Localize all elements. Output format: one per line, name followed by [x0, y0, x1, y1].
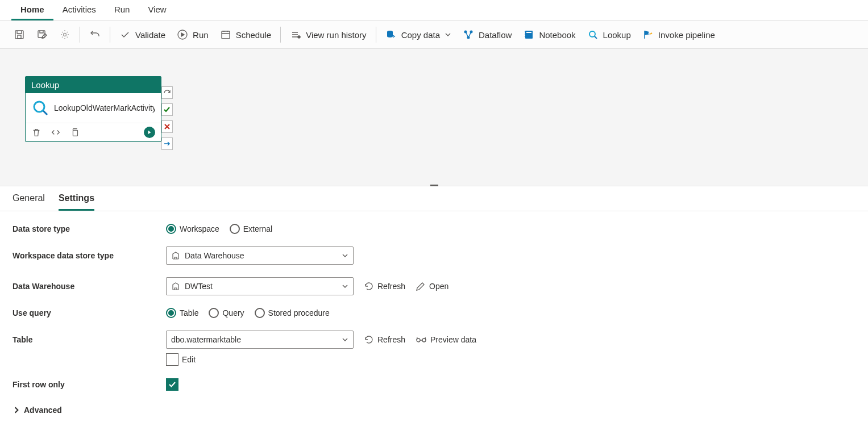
run-label: Run [193, 30, 209, 40]
radio-stored-procedure-label: Stored procedure [268, 308, 330, 317]
view-run-history-button[interactable]: View run history [284, 26, 372, 44]
tab-run[interactable]: Run [105, 0, 139, 20]
svg-point-9 [470, 31, 473, 34]
chevron-right-icon [13, 406, 20, 414]
undo-icon [89, 29, 101, 40]
skip-handle[interactable] [161, 86, 173, 99]
preview-data-button[interactable]: Preview data [416, 335, 476, 344]
panel-resize-handle[interactable] [430, 185, 438, 186]
completion-handle[interactable] [161, 137, 173, 150]
run-button[interactable]: Run [171, 26, 214, 44]
workspace-data-store-type-select[interactable]: Data Warehouse [166, 246, 354, 265]
radio-query-label: Query [222, 308, 244, 317]
svg-rect-1 [18, 35, 21, 39]
activity-node[interactable]: Lookup LookupOldWaterMarkActivity [25, 76, 161, 142]
svg-point-13 [589, 31, 595, 37]
code-icon[interactable] [51, 127, 61, 137]
undo-button[interactable] [84, 26, 106, 44]
svg-point-3 [64, 34, 67, 36]
refresh-label: Refresh [377, 282, 405, 291]
tab-general[interactable]: General [13, 193, 45, 211]
flag-icon [642, 29, 654, 40]
svg-point-14 [34, 102, 44, 112]
radio-query[interactable]: Query [209, 308, 244, 318]
schedule-label: Schedule [236, 30, 272, 40]
advanced-toggle[interactable]: Advanced [13, 406, 62, 415]
workspace-data-store-type-label: Workspace data store type [13, 251, 166, 260]
view-run-history-label: View run history [306, 30, 366, 40]
schedule-button[interactable]: Schedule [214, 26, 277, 44]
table-select[interactable]: dbo.watermarktable [166, 331, 354, 349]
svg-rect-12 [526, 32, 531, 33]
radio-external[interactable]: External [230, 224, 272, 234]
activity-type-label: Lookup [26, 77, 161, 93]
validate-button[interactable]: Validate [114, 26, 171, 44]
toolbar: Validate Run Schedule View run history C… [0, 21, 868, 49]
refresh-table-button[interactable]: Refresh [364, 335, 405, 345]
workspace-data-store-type-value: Data Warehouse [185, 251, 337, 260]
copy-data-button[interactable]: Copy data [380, 26, 457, 44]
radio-table[interactable]: Table [166, 308, 198, 318]
refresh-icon [364, 335, 374, 345]
refresh-table-label: Refresh [377, 335, 405, 344]
tab-settings[interactable]: Settings [59, 193, 94, 211]
save-icon [14, 29, 25, 40]
pipeline-canvas[interactable]: Lookup LookupOldWaterMarkActivity [0, 49, 868, 186]
fail-handle[interactable] [161, 120, 173, 133]
tab-activities[interactable]: Activities [53, 0, 105, 20]
radio-workspace[interactable]: Workspace [166, 224, 219, 234]
lookup-icon [587, 29, 599, 40]
save-as-button[interactable] [31, 26, 53, 44]
data-warehouse-label: Data Warehouse [13, 282, 166, 291]
notebook-icon [523, 29, 534, 40]
notebook-label: Notebook [539, 30, 575, 40]
svg-point-10 [467, 36, 470, 39]
svg-rect-5 [222, 31, 230, 39]
activity-run-button[interactable] [144, 127, 155, 138]
top-ribbon-tabs: Home Activities Run View [0, 0, 868, 21]
chevron-down-icon [445, 31, 451, 38]
data-store-type-label: Data store type [13, 224, 166, 233]
save-as-icon [36, 29, 48, 40]
notebook-button[interactable]: Notebook [517, 26, 581, 44]
list-icon [290, 29, 301, 40]
table-value: dbo.watermarktable [171, 335, 337, 344]
copy-icon[interactable] [70, 127, 80, 137]
property-tabs: General Settings [0, 186, 868, 211]
use-query-label: Use query [13, 308, 166, 317]
advanced-label: Advanced [24, 406, 62, 415]
svg-rect-15 [73, 130, 77, 136]
save-button[interactable] [8, 26, 31, 44]
radio-stored-procedure[interactable]: Stored procedure [255, 308, 330, 318]
invoke-pipeline-label: Invoke pipeline [658, 30, 715, 40]
radio-table-label: Table [180, 308, 198, 317]
lookup-icon [31, 99, 49, 117]
invoke-pipeline-button[interactable]: Invoke pipeline [637, 26, 721, 44]
pencil-icon [416, 281, 426, 291]
activity-name: LookupOldWaterMarkActivity [54, 103, 155, 113]
open-label: Open [429, 282, 448, 291]
first-row-only-label: First row only [13, 380, 166, 389]
building-icon [171, 251, 180, 260]
refresh-button[interactable]: Refresh [364, 281, 405, 291]
tab-home[interactable]: Home [11, 0, 53, 20]
settings-button[interactable] [53, 26, 76, 44]
success-handle[interactable] [161, 103, 173, 116]
preview-data-label: Preview data [430, 335, 476, 344]
lookup-button[interactable]: Lookup [582, 26, 637, 44]
chevron-down-icon [342, 283, 348, 290]
edit-checkbox[interactable] [166, 353, 178, 366]
open-button[interactable]: Open [416, 281, 448, 291]
connection-handles [161, 86, 173, 150]
dataflow-button[interactable]: Dataflow [457, 26, 517, 44]
copy-data-label: Copy data [401, 30, 440, 40]
tab-view[interactable]: View [139, 0, 175, 20]
calendar-icon [220, 29, 231, 40]
dataflow-icon [463, 29, 474, 40]
first-row-only-checkbox[interactable] [166, 378, 178, 391]
building-icon [171, 282, 180, 291]
data-warehouse-value: DWTest [185, 282, 337, 291]
chevron-down-icon [342, 336, 348, 343]
data-warehouse-select[interactable]: DWTest [166, 277, 354, 295]
trash-icon[interactable] [31, 127, 41, 137]
